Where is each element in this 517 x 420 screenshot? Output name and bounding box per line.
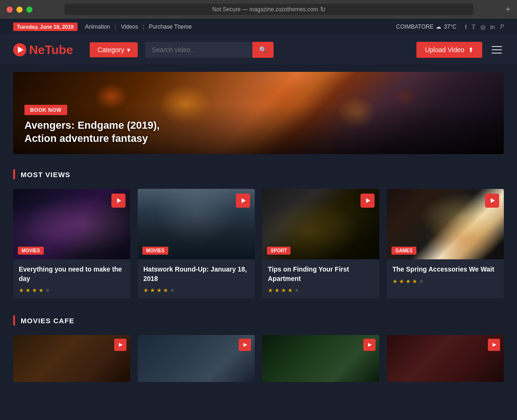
header: NeTube Category ▾ 🔍 Upload Video ⬆: [0, 35, 517, 64]
card-3-category: SPORT: [267, 247, 290, 255]
star-4: ★: [163, 287, 168, 294]
card-4-image: GAMES: [387, 189, 504, 259]
main-content: BOOK NOW Avengers: Endgame (2019), Actio…: [0, 72, 517, 395]
search-input[interactable]: [145, 42, 252, 58]
browser-address-bar[interactable]: Not Secure — magazine.zozothemes.com ↻: [64, 4, 473, 15]
star-5-empty: ★: [294, 287, 299, 294]
card-2-video-icon: [236, 194, 250, 208]
logo-tube: Tube: [45, 43, 73, 57]
nav-link-animation[interactable]: Animation: [85, 23, 110, 30]
card-2-title: Hatswork Round-Up: January 18, 2018: [143, 265, 249, 283]
star-4: ★: [288, 287, 293, 294]
bottom-card-3[interactable]: [262, 335, 379, 382]
bottom-card-4-play-icon: [493, 343, 496, 347]
browser-refresh-icon[interactable]: ↻: [320, 6, 326, 13]
star-5-empty: ★: [170, 287, 175, 294]
card-4-play-icon: [491, 198, 495, 203]
bottom-card-1-video-icon: [114, 339, 126, 351]
card-3[interactable]: SPORT Tips on Finding Your First Apartme…: [262, 189, 379, 298]
upload-video-button[interactable]: Upload Video ⬆: [416, 42, 482, 58]
social-icons: f 𝕋 ◎ in 𝓟: [465, 23, 504, 31]
category-chevron-icon: ▾: [127, 46, 130, 54]
card-3-image: SPORT: [262, 189, 379, 259]
movies-cafe-title: MOVIES CAFE: [21, 317, 74, 325]
browser-close-dot[interactable]: [7, 7, 13, 13]
card-4-body: The Spring Accessories We Wait ★ ★ ★ ★ ★: [387, 259, 504, 289]
movies-cafe-cards: [13, 335, 504, 382]
card-2-body: Hatswork Round-Up: January 18, 2018 ★ ★ …: [138, 259, 255, 298]
bottom-card-2-video-icon: [239, 339, 251, 351]
star-3: ★: [406, 278, 411, 285]
bottom-card-4-video-icon: [488, 339, 500, 351]
weather-location: COIMBATORE: [396, 23, 434, 30]
top-bar: Tuesday, June 18, 2019 Animation | Video…: [0, 19, 517, 35]
card-3-title: Tips on Finding Your First Apartment: [268, 265, 374, 283]
instagram-icon[interactable]: ◎: [480, 23, 486, 31]
section-accent-bar: [13, 169, 15, 179]
browser-chrome: Not Secure — magazine.zozothemes.com ↻ +: [0, 0, 517, 19]
weather-temp: 37°C: [444, 23, 456, 30]
upload-label: Upload Video: [425, 46, 464, 54]
hero-banner[interactable]: BOOK NOW Avengers: Endgame (2019), Actio…: [13, 72, 504, 154]
star-2: ★: [25, 287, 31, 294]
star-1: ★: [268, 287, 273, 294]
menu-line-3: [492, 53, 502, 54]
search-button[interactable]: 🔍: [252, 42, 274, 58]
bottom-card-4[interactable]: [387, 335, 504, 382]
star-4: ★: [412, 278, 417, 285]
card-1-video-icon: [111, 194, 125, 208]
upload-icon: ⬆: [468, 46, 474, 54]
card-2-image: MOVIES: [138, 189, 255, 259]
facebook-icon[interactable]: f: [465, 23, 467, 31]
category-button[interactable]: Category ▾: [90, 42, 138, 57]
logo-text: NeTube: [29, 43, 73, 57]
bottom-card-1[interactable]: [13, 335, 130, 382]
pinterest-icon[interactable]: 𝓟: [500, 23, 504, 31]
nav-link-purchase[interactable]: Purchase Theme: [149, 23, 192, 30]
logo-icon: [13, 43, 26, 56]
star-2: ★: [399, 278, 404, 285]
card-3-body: Tips on Finding Your First Apartment ★ ★…: [262, 259, 379, 298]
date-badge: Tuesday, June 18, 2019: [13, 23, 78, 31]
card-4-title: The Spring Accessories We Wait: [392, 265, 498, 274]
star-4: ★: [39, 287, 44, 294]
logo[interactable]: NeTube: [13, 43, 73, 57]
star-1: ★: [392, 278, 398, 285]
book-now-button[interactable]: BOOK NOW: [24, 105, 67, 115]
star-1: ★: [19, 287, 24, 294]
card-2[interactable]: MOVIES Hatswork Round-Up: January 18, 20…: [138, 189, 255, 298]
card-4[interactable]: GAMES The Spring Accessories We Wait ★ ★…: [387, 189, 504, 298]
card-2-category: MOVIES: [142, 247, 168, 255]
nav-link-videos[interactable]: Videos: [121, 23, 138, 30]
linkedin-icon[interactable]: in: [490, 23, 495, 31]
card-3-video-icon: [360, 194, 375, 208]
card-1-body: Everything you need to make the day ★ ★ …: [13, 259, 130, 298]
most-views-title: MOST VIEWS: [21, 171, 70, 179]
most-views-cards-grid: MOVIES Everything you need to make the d…: [13, 189, 504, 298]
card-1-image: MOVIES: [13, 189, 130, 259]
twitter-icon[interactable]: 𝕋: [471, 23, 476, 31]
star-1: ★: [143, 287, 149, 294]
bottom-card-3-video-icon: [363, 339, 376, 351]
browser-new-tab-button[interactable]: +: [505, 5, 510, 15]
menu-line-2: [492, 49, 502, 50]
movies-cafe-accent-bar: [13, 315, 15, 326]
most-views-section-header: MOST VIEWS: [13, 169, 504, 179]
hero-content: BOOK NOW Avengers: Endgame (2019), Actio…: [24, 105, 160, 146]
browser-minimize-dot[interactable]: [16, 7, 23, 13]
card-4-video-icon: [485, 194, 499, 208]
bottom-card-3-play-icon: [368, 343, 372, 347]
hamburger-menu-button[interactable]: [490, 44, 504, 55]
top-nav-links: Animation | Videos | Purchase Theme: [85, 23, 192, 30]
card-1-stars: ★ ★ ★ ★ ★: [19, 287, 125, 294]
bottom-card-2[interactable]: [138, 335, 255, 382]
card-4-category: GAMES: [392, 247, 416, 255]
browser-url: Not Secure — magazine.zozothemes.com: [212, 6, 318, 13]
search-bar: 🔍: [145, 42, 273, 58]
movies-cafe-section-header: MOVIES CAFE: [13, 315, 504, 326]
star-2: ★: [150, 287, 155, 294]
card-1[interactable]: MOVIES Everything you need to make the d…: [13, 189, 130, 298]
logo-play-icon: [18, 47, 24, 53]
star-3: ★: [157, 287, 162, 294]
browser-maximize-dot[interactable]: [26, 7, 32, 13]
